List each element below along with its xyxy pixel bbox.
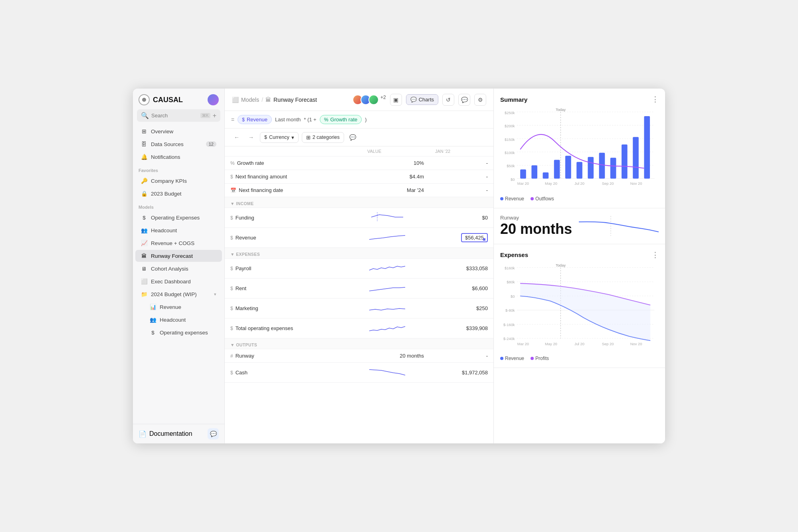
redo-btn[interactable]: → [246,132,257,143]
sidebar-item-budget-2023[interactable]: 🔒 2023 Budget [135,188,222,200]
sidebar-item-cohort-analysis[interactable]: 🖥 Cohort Analysis [135,263,222,275]
documentation-link[interactable]: 📄 Documentation [139,430,192,438]
value-cell[interactable]: 20 months [362,349,430,363]
sidebar-item-label: 2023 Budget [151,191,182,197]
jan-cell[interactable]: - [430,184,493,197]
search-icon: 🔍 [141,112,149,119]
svg-rect-22 [599,153,605,179]
jan-cell[interactable]: $250 [430,299,493,318]
summary-chart-title: Summary ⋮ [500,95,659,104]
sidebar-item-data-sources[interactable]: 🗄 Data Sources 12 [135,138,222,150]
sidebar-item-wip-folder[interactable]: 📁 2024 Budget (WIP) ▾ [135,288,222,300]
currency-btn[interactable]: $ Currency ▾ [260,132,299,143]
folder-icon: 📁 [141,291,147,297]
sidebar-item-label: Overview [151,129,173,134]
sidebar-item-label: 2024 Budget (WIP) [151,291,197,297]
sidebar-item-operating-expenses[interactable]: $ Operating Expenses [135,212,222,223]
value-cell[interactable]: Mar '24 [362,184,430,197]
expenses-chart-title: Expenses ⋮ [500,251,659,259]
currency-label: Currency [269,134,289,140]
building-icon: 🏛 [141,253,147,259]
section-income-header: ▼ INCOME [225,197,493,208]
svg-rect-19 [565,156,571,178]
formula-pill-revenue[interactable]: $ Revenue [238,115,272,124]
row-label: Cash [236,370,248,376]
jan-cell[interactable]: $0 [430,208,493,228]
jan-cell[interactable]: $1,972,058 [430,363,493,383]
main-content: ⬜ Models / 🏛 Runway Forecast +2 ▣ 💬 Char… [225,89,493,443]
charts-btn[interactable]: 💬 Charts [406,94,438,105]
svg-rect-21 [588,157,594,178]
avatar[interactable] [208,94,219,105]
right-panel: Summary ⋮ $0 $50k $100k $150k $200k $250… [493,89,665,443]
svg-rect-25 [633,137,639,178]
categories-btn[interactable]: ⊞ 2 categories [302,132,344,143]
svg-text:Today: Today [556,263,566,267]
avatar-3 [368,95,379,105]
svg-rect-24 [622,144,628,179]
undo-btn[interactable]: ← [231,132,242,143]
summary-legend: Revenue Outflows [500,196,659,202]
sidebar-item-runway-forecast[interactable]: 🏛 Runway Forecast [135,250,222,262]
sidebar-item-overview[interactable]: ⊞ Overview [135,125,222,137]
svg-text:Nov 20: Nov 20 [630,342,642,346]
runway-icon: 🏛 [265,97,271,103]
people-icon: 👥 [141,227,147,233]
jan-cell[interactable]: $6,600 [430,279,493,299]
settings-btn[interactable]: ⚙ [474,94,486,106]
jan-cell[interactable]: - [430,156,493,170]
search-kbd: ⌘K [200,113,210,118]
row-label: Revenue [236,235,256,241]
table-row-rent: $Rent $6,600 [225,279,493,299]
data-table: VALUE JAN '22 %Growth rate 10% - [225,146,493,383]
svg-rect-15 [520,170,526,179]
sidebar-item-label: Headcount [160,317,186,323]
expenses-chart-section: Expenses ⋮ $-240k $-160k $-80k $0 $80k $… [494,244,665,368]
history-btn[interactable]: ↺ [442,94,454,106]
sidebar-footer: 📄 Documentation 💬 [133,424,224,443]
row-label: Next financing amount [236,174,287,180]
search-input[interactable] [151,113,198,119]
value-cell[interactable]: 10% [362,156,430,170]
formula-text1: Last month [275,117,301,123]
formula-pill-growth[interactable]: % Growth rate [320,115,362,124]
layout-icon: ⬜ [141,278,147,285]
sidebar-item-headcount-sub[interactable]: 👥 Headcount [135,314,222,326]
dollar-icon: $ [230,266,233,271]
breadcrumb: ⬜ Models / 🏛 Runway Forecast [232,97,317,103]
table-row-marketing: $Marketing $250 [225,299,493,318]
breadcrumb-models[interactable]: Models [241,97,259,103]
formula-pill-revenue-label: Revenue [247,117,267,123]
jan-cell[interactable]: - [430,170,493,184]
svg-text:Jul 20: Jul 20 [574,181,584,186]
summary-more-btn[interactable]: ⋮ [651,95,659,104]
chat-btn[interactable]: 💬 [458,94,470,106]
grid-icon: ⊞ [141,128,147,134]
expenses-more-btn[interactable]: ⋮ [651,251,659,259]
revenue-jan-cell[interactable]: $56,425 [430,228,493,248]
sidebar-item-revenue-sub[interactable]: 📊 Revenue [135,301,222,313]
layout-toggle-btn[interactable]: ▣ [390,94,402,106]
models-icon: ⬜ [232,97,239,103]
sidebar-item-notifications[interactable]: 🔔 Notifications [135,151,222,163]
chat-footer-btn[interactable]: 💬 [208,428,219,439]
jan-cell[interactable]: $333,058 [430,259,493,279]
avatar-stack: +2 [355,95,386,105]
svg-text:Mar 20: Mar 20 [517,181,529,186]
sidebar-item-revenue-cogs[interactable]: 📈 Revenue + COGS [135,237,222,249]
sidebar-item-headcount[interactable]: 👥 Headcount [135,224,222,236]
chart-cell [362,363,430,383]
svg-rect-26 [644,116,650,179]
jan-cell[interactable]: $339,908 [430,318,493,338]
svg-text:May 20: May 20 [545,181,557,186]
jan-cell[interactable]: - [430,349,493,363]
sidebar-item-opex-sub[interactable]: $ Operating expenses [135,326,222,338]
sidebar-item-company-kpis[interactable]: 🔑 Company KPIs [135,175,222,187]
search-bar[interactable]: 🔍 ⌘K + [137,109,220,122]
comment-btn[interactable]: 💬 [347,132,358,143]
row-label: Rent [236,285,246,291]
add-icon[interactable]: + [213,112,216,119]
sidebar-item-exec-dashboard[interactable]: ⬜ Exec Dashboard [135,275,222,287]
lock-icon: 🔒 [141,190,147,197]
value-cell[interactable]: $4.4m [362,170,430,184]
